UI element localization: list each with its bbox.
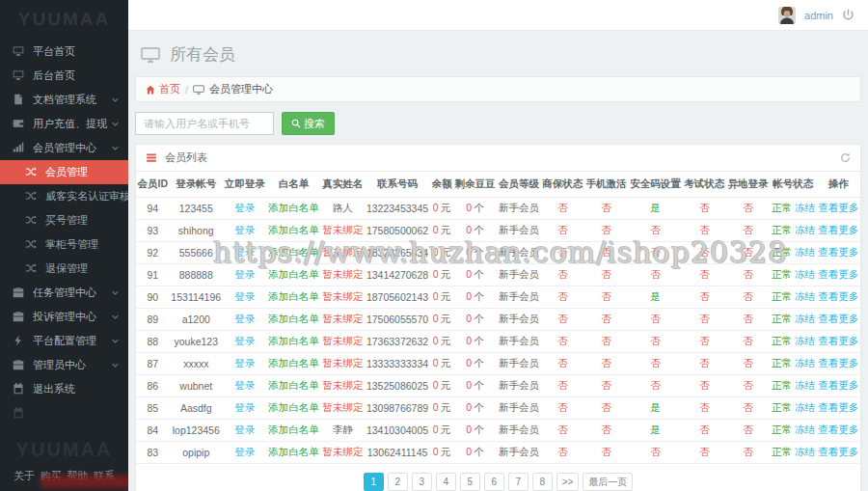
view-more-link[interactable]: 查看更多 [818,246,858,258]
freeze-link[interactable]: 冻结 [795,313,815,324]
login-link[interactable]: 登录 [234,423,255,435]
cell-whitelist: 添加白名单 [266,420,320,442]
view-more-link[interactable]: 查看更多 [818,202,858,213]
page-button-2[interactable]: 2 [388,473,408,491]
member-list-panel: 会员列表 会员ID登录帐号立即登录白名单真实姓名联系号码余额剩余豆豆会员等级商保… [135,144,861,491]
view-more-link[interactable]: 查看更多 [818,446,858,457]
sidebar-item-member-center[interactable]: 会员管理中心 [0,136,128,160]
page-button-3[interactable]: 3 [412,473,432,491]
cell-realname: 暂未绑定 [321,242,365,264]
login-link[interactable]: 登录 [234,401,255,413]
view-more-link[interactable]: 查看更多 [818,335,858,346]
add-whitelist-link[interactable]: 添加白名单 [268,401,319,413]
login-link[interactable]: 登录 [234,379,255,391]
login-link[interactable]: 登录 [234,246,255,258]
cell-member-id: 92 [136,242,170,264]
page-button-5[interactable]: 5 [460,473,480,491]
login-link[interactable]: 登录 [234,357,255,368]
insurance-flag: 否 [557,224,568,235]
freeze-link[interactable]: 冻结 [795,446,815,457]
phone-active-flag: 否 [601,401,611,413]
cell-phone-active: 否 [584,397,628,420]
sidebar-item-logout-system[interactable]: 退出系统 [0,377,128,401]
status-normal-label: 正常 [772,423,792,435]
page-button-4[interactable]: 4 [436,473,456,491]
add-whitelist-link[interactable]: 添加白名单 [268,202,319,213]
power-icon[interactable] [842,9,854,21]
sidebar-item-member-manage[interactable]: 会员管理 [0,160,128,184]
search-input[interactable] [135,112,274,135]
sidebar-item-realname-audit[interactable]: 威客实名认证审核 [0,184,128,208]
cell-remote-login: 否 [726,264,770,286]
add-whitelist-link[interactable]: 添加白名单 [268,224,319,235]
cell-whitelist: 添加白名单 [266,397,320,420]
sidebar-item-platform-home[interactable]: 平台首页 [0,40,128,64]
refresh-icon[interactable] [840,152,851,163]
page-button-7[interactable]: 7 [508,473,529,491]
sidebar-item-complaint-center[interactable]: 投诉管理中心 [0,305,128,329]
sidebar-item-refund-manage[interactable]: 退保管理 [0,257,128,281]
view-more-link[interactable]: 查看更多 [818,379,858,391]
freeze-link[interactable]: 冻结 [795,290,815,302]
footer-link-about[interactable]: 关于 [14,469,35,483]
page-button-6[interactable]: 6 [484,473,504,491]
freeze-link[interactable]: 冻结 [795,224,815,235]
sidebar-item-user-recharge[interactable]: 用户充值、提现 [0,112,128,136]
sidebar-item-admin-home[interactable]: 后台首页 [0,64,128,88]
login-link[interactable]: 登录 [234,335,255,346]
search-button[interactable]: 搜索 [282,112,335,135]
view-more-link[interactable]: 查看更多 [818,423,858,435]
login-link[interactable]: 登录 [234,290,255,302]
view-more-link[interactable]: 查看更多 [818,401,858,413]
add-whitelist-link[interactable]: 添加白名单 [268,446,319,457]
add-whitelist-link[interactable]: 添加白名单 [268,379,319,391]
next-pages-button[interactable]: >> [556,473,580,491]
add-whitelist-link[interactable]: 添加白名单 [268,335,319,346]
add-whitelist-link[interactable]: 添加白名单 [268,313,319,324]
view-more-link[interactable]: 查看更多 [818,290,858,302]
login-link[interactable]: 登录 [234,224,255,235]
login-link[interactable]: 登录 [234,268,255,280]
freeze-link[interactable]: 冻结 [795,423,815,435]
freeze-link[interactable]: 冻结 [795,268,815,280]
login-link[interactable]: 登录 [234,446,255,457]
add-whitelist-link[interactable]: 添加白名单 [268,290,319,302]
last-page-button[interactable]: 最后一页 [583,473,633,491]
view-more-link[interactable]: 查看更多 [818,268,858,280]
freeze-link[interactable]: 冻结 [795,202,815,213]
username-link[interactable]: admin [804,10,833,21]
cell-member-id: 91 [136,264,170,286]
column-header: 异地登录 [726,172,770,198]
add-whitelist-link[interactable]: 添加白名单 [268,268,319,280]
freeze-link[interactable]: 冻结 [795,335,815,346]
sidebar-item-admin-center[interactable]: 管理员中心 [0,353,128,377]
avatar[interactable] [778,7,796,24]
sidebar-item-document-system[interactable]: 文档管理系统 [0,88,128,112]
page-button-8[interactable]: 8 [532,473,553,491]
login-link[interactable]: 登录 [234,313,255,324]
table-row: 91888888登录添加白名单暂未绑定134142706280元0个新手会员否否… [136,264,860,286]
login-link[interactable]: 登录 [234,202,255,213]
freeze-link[interactable]: 冻结 [795,379,815,391]
freeze-link[interactable]: 冻结 [795,246,815,258]
chevron-down-icon [111,313,120,321]
cell-phone-active: 否 [584,442,628,464]
sidebar-item-task-center[interactable]: 任务管理中心 [0,281,128,305]
sidebar-item-platform-config[interactable]: 平台配置管理 [0,329,128,353]
sidebar-item-buy-account[interactable]: 买号管理 [0,208,128,232]
add-whitelist-link[interactable]: 添加白名单 [268,423,319,435]
add-whitelist-link[interactable]: 添加白名单 [268,357,319,368]
view-more-link[interactable]: 查看更多 [818,357,858,368]
breadcrumb-home[interactable]: 首页 [146,82,180,96]
cell-exam-status: 否 [682,242,725,264]
page-button-1[interactable]: 1 [364,473,384,491]
add-whitelist-link[interactable]: 添加白名单 [268,246,319,258]
view-more-link[interactable]: 查看更多 [818,224,858,235]
view-more-link[interactable]: 查看更多 [818,313,858,324]
security-code-flag: 是 [650,202,661,213]
panel-header: 会员列表 [136,145,860,172]
freeze-link[interactable]: 冻结 [795,357,815,368]
freeze-link[interactable]: 冻结 [795,401,815,413]
sidebar-item-shopkeeper[interactable]: 掌柜号管理 [0,232,128,257]
balance-value: 0 [433,401,439,413]
